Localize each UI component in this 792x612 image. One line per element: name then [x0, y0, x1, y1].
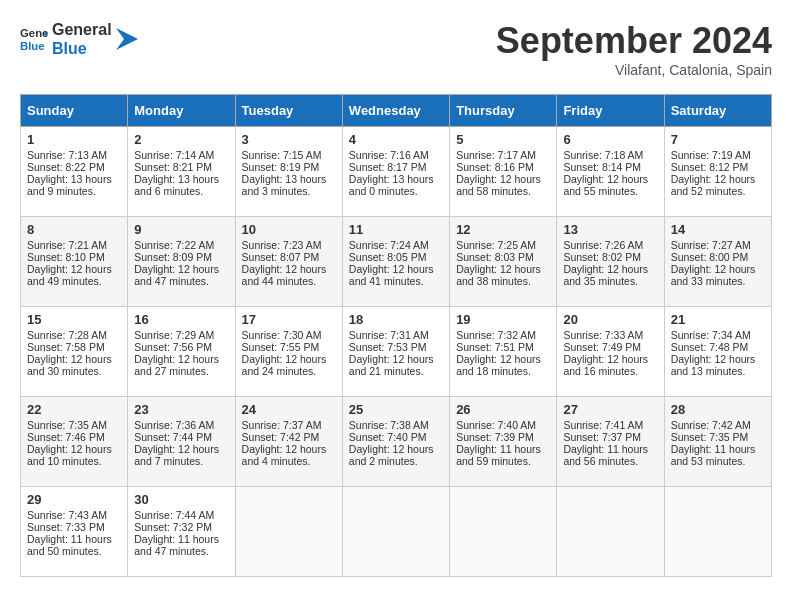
sunrise-text: Sunrise: 7:16 AM — [349, 149, 429, 161]
sunset-text: Sunset: 8:09 PM — [134, 251, 212, 263]
title-block: September 2024 Vilafant, Catalonia, Spai… — [496, 20, 772, 78]
daylight-text: Daylight: 11 hours and 47 minutes. — [134, 533, 219, 557]
day-number: 26 — [456, 402, 550, 417]
day-number: 13 — [563, 222, 657, 237]
day-cell: 6Sunrise: 7:18 AMSunset: 8:14 PMDaylight… — [557, 127, 664, 217]
daylight-text: Daylight: 13 hours and 9 minutes. — [27, 173, 112, 197]
sunset-text: Sunset: 8:02 PM — [563, 251, 641, 263]
daylight-text: Daylight: 11 hours and 50 minutes. — [27, 533, 112, 557]
daylight-text: Daylight: 12 hours and 16 minutes. — [563, 353, 648, 377]
daylight-text: Daylight: 12 hours and 24 minutes. — [242, 353, 327, 377]
daylight-text: Daylight: 11 hours and 53 minutes. — [671, 443, 756, 467]
sunrise-text: Sunrise: 7:44 AM — [134, 509, 214, 521]
day-cell: 11Sunrise: 7:24 AMSunset: 8:05 PMDayligh… — [342, 217, 449, 307]
day-number: 15 — [27, 312, 121, 327]
daylight-text: Daylight: 12 hours and 35 minutes. — [563, 263, 648, 287]
day-cell: 12Sunrise: 7:25 AMSunset: 8:03 PMDayligh… — [450, 217, 557, 307]
sunset-text: Sunset: 7:58 PM — [27, 341, 105, 353]
day-cell: 29Sunrise: 7:43 AMSunset: 7:33 PMDayligh… — [21, 487, 128, 577]
sunrise-text: Sunrise: 7:37 AM — [242, 419, 322, 431]
day-cell: 28Sunrise: 7:42 AMSunset: 7:35 PMDayligh… — [664, 397, 771, 487]
sunset-text: Sunset: 8:19 PM — [242, 161, 320, 173]
sunrise-text: Sunrise: 7:43 AM — [27, 509, 107, 521]
col-header-sunday: Sunday — [21, 95, 128, 127]
logo: General Blue General Blue — [20, 20, 138, 58]
day-number: 3 — [242, 132, 336, 147]
daylight-text: Daylight: 11 hours and 59 minutes. — [456, 443, 541, 467]
day-number: 30 — [134, 492, 228, 507]
sunset-text: Sunset: 8:07 PM — [242, 251, 320, 263]
daylight-text: Daylight: 12 hours and 44 minutes. — [242, 263, 327, 287]
col-header-friday: Friday — [557, 95, 664, 127]
daylight-text: Daylight: 12 hours and 58 minutes. — [456, 173, 541, 197]
sunrise-text: Sunrise: 7:17 AM — [456, 149, 536, 161]
day-cell: 21Sunrise: 7:34 AMSunset: 7:48 PMDayligh… — [664, 307, 771, 397]
sunrise-text: Sunrise: 7:23 AM — [242, 239, 322, 251]
sunset-text: Sunset: 8:12 PM — [671, 161, 749, 173]
day-number: 12 — [456, 222, 550, 237]
daylight-text: Daylight: 13 hours and 3 minutes. — [242, 173, 327, 197]
sunset-text: Sunset: 8:05 PM — [349, 251, 427, 263]
sunrise-text: Sunrise: 7:31 AM — [349, 329, 429, 341]
sunrise-text: Sunrise: 7:18 AM — [563, 149, 643, 161]
sunset-text: Sunset: 7:39 PM — [456, 431, 534, 443]
daylight-text: Daylight: 12 hours and 10 minutes. — [27, 443, 112, 467]
day-number: 22 — [27, 402, 121, 417]
sunset-text: Sunset: 8:10 PM — [27, 251, 105, 263]
sunset-text: Sunset: 8:17 PM — [349, 161, 427, 173]
sunrise-text: Sunrise: 7:28 AM — [27, 329, 107, 341]
day-cell: 19Sunrise: 7:32 AMSunset: 7:51 PMDayligh… — [450, 307, 557, 397]
daylight-text: Daylight: 12 hours and 18 minutes. — [456, 353, 541, 377]
calendar-table: SundayMondayTuesdayWednesdayThursdayFrid… — [20, 94, 772, 577]
sunrise-text: Sunrise: 7:35 AM — [27, 419, 107, 431]
day-cell: 24Sunrise: 7:37 AMSunset: 7:42 PMDayligh… — [235, 397, 342, 487]
sunrise-text: Sunrise: 7:34 AM — [671, 329, 751, 341]
daylight-text: Daylight: 12 hours and 2 minutes. — [349, 443, 434, 467]
day-cell: 9Sunrise: 7:22 AMSunset: 8:09 PMDaylight… — [128, 217, 235, 307]
day-number: 28 — [671, 402, 765, 417]
sunset-text: Sunset: 7:46 PM — [27, 431, 105, 443]
sunset-text: Sunset: 7:42 PM — [242, 431, 320, 443]
day-cell: 17Sunrise: 7:30 AMSunset: 7:55 PMDayligh… — [235, 307, 342, 397]
sunrise-text: Sunrise: 7:26 AM — [563, 239, 643, 251]
day-cell: 7Sunrise: 7:19 AMSunset: 8:12 PMDaylight… — [664, 127, 771, 217]
daylight-text: Daylight: 12 hours and 33 minutes. — [671, 263, 756, 287]
day-cell — [342, 487, 449, 577]
daylight-text: Daylight: 13 hours and 6 minutes. — [134, 173, 219, 197]
sunset-text: Sunset: 7:53 PM — [349, 341, 427, 353]
day-number: 11 — [349, 222, 443, 237]
sunrise-text: Sunrise: 7:32 AM — [456, 329, 536, 341]
day-cell: 1Sunrise: 7:13 AMSunset: 8:22 PMDaylight… — [21, 127, 128, 217]
day-number: 1 — [27, 132, 121, 147]
week-row-5: 29Sunrise: 7:43 AMSunset: 7:33 PMDayligh… — [21, 487, 772, 577]
day-number: 17 — [242, 312, 336, 327]
sunset-text: Sunset: 7:33 PM — [27, 521, 105, 533]
sunrise-text: Sunrise: 7:19 AM — [671, 149, 751, 161]
day-number: 10 — [242, 222, 336, 237]
sunrise-text: Sunrise: 7:13 AM — [27, 149, 107, 161]
day-number: 9 — [134, 222, 228, 237]
sunset-text: Sunset: 7:48 PM — [671, 341, 749, 353]
week-row-3: 15Sunrise: 7:28 AMSunset: 7:58 PMDayligh… — [21, 307, 772, 397]
sunset-text: Sunset: 7:56 PM — [134, 341, 212, 353]
svg-text:General: General — [20, 27, 48, 39]
month-title: September 2024 — [496, 20, 772, 62]
sunrise-text: Sunrise: 7:30 AM — [242, 329, 322, 341]
sunrise-text: Sunrise: 7:25 AM — [456, 239, 536, 251]
day-cell: 4Sunrise: 7:16 AMSunset: 8:17 PMDaylight… — [342, 127, 449, 217]
logo-blue: Blue — [52, 39, 112, 58]
location-subtitle: Vilafant, Catalonia, Spain — [496, 62, 772, 78]
day-cell: 14Sunrise: 7:27 AMSunset: 8:00 PMDayligh… — [664, 217, 771, 307]
sunrise-text: Sunrise: 7:40 AM — [456, 419, 536, 431]
day-number: 19 — [456, 312, 550, 327]
svg-marker-3 — [116, 28, 138, 50]
col-header-thursday: Thursday — [450, 95, 557, 127]
daylight-text: Daylight: 12 hours and 4 minutes. — [242, 443, 327, 467]
col-header-monday: Monday — [128, 95, 235, 127]
sunrise-text: Sunrise: 7:36 AM — [134, 419, 214, 431]
logo-icon: General Blue — [20, 25, 48, 53]
daylight-text: Daylight: 12 hours and 47 minutes. — [134, 263, 219, 287]
svg-text:Blue: Blue — [20, 40, 45, 52]
day-number: 21 — [671, 312, 765, 327]
sunset-text: Sunset: 8:00 PM — [671, 251, 749, 263]
